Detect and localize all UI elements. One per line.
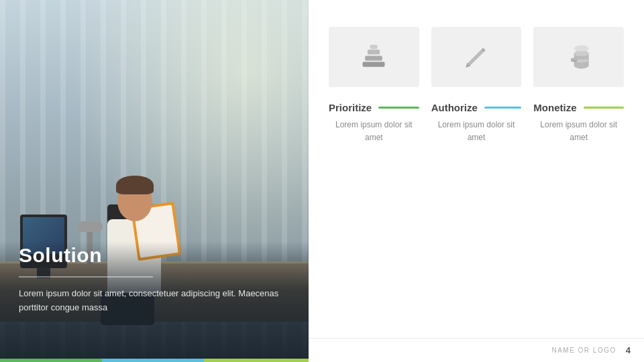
authorize-title-row: Authorize [431, 102, 522, 113]
svg-rect-3 [370, 45, 378, 49]
svg-point-9 [574, 46, 588, 52]
prioritize-title-row: Prioritize [329, 102, 419, 113]
photo-area: Solution Lorem ipsum dolor sit amet, con… [0, 0, 309, 362]
footer-brand: NAME OR LOGO [551, 347, 616, 354]
solution-title: Solution [19, 244, 309, 267]
authorize-desc: Lorem ipsum dolor sit amet [431, 119, 522, 144]
prioritize-icon-card [329, 27, 419, 87]
prioritize-line [378, 107, 419, 109]
monetize-desc: Lorem ipsum dolor sit amet [533, 119, 624, 144]
footer-page: 4 [626, 345, 631, 355]
left-panel: Solution Lorem ipsum dolor sit amet, con… [0, 0, 309, 362]
solution-block: Solution Lorem ipsum dolor sit amet, con… [19, 244, 309, 315]
lamp-head [77, 221, 103, 232]
accent-bar [0, 359, 309, 362]
features-row: Prioritize Lorem ipsum dolor sit amet Au… [329, 102, 624, 362]
feature-col-authorize: Authorize Lorem ipsum dolor sit amet [431, 102, 522, 362]
coins-icon [564, 42, 594, 72]
prioritize-desc: Lorem ipsum dolor sit amet [329, 119, 419, 144]
solution-description: Lorem ipsum dolor sit amet, consectetuer… [19, 287, 309, 315]
figure-hair [116, 176, 154, 194]
pencil-icon [462, 42, 491, 72]
monetize-title-row: Monetize [533, 102, 624, 113]
right-panel: Prioritize Lorem ipsum dolor sit amet Au… [309, 0, 644, 362]
authorize-icon-card [431, 27, 522, 87]
footer: NAME OR LOGO 4 [309, 338, 644, 362]
authorize-line [484, 107, 522, 109]
feature-col-prioritize: Prioritize Lorem ipsum dolor sit amet [329, 102, 419, 362]
prioritize-title: Prioritize [329, 102, 372, 113]
monetize-title: Monetize [533, 102, 576, 113]
authorize-title: Authorize [431, 102, 478, 113]
monetize-line [584, 107, 625, 109]
feature-col-monetize: Monetize Lorem ipsum dolor sit amet [533, 102, 624, 362]
svg-rect-1 [365, 56, 382, 60]
monetize-icon-card [533, 27, 624, 87]
stack-icon [359, 42, 388, 72]
icon-cards-row [329, 20, 624, 87]
svg-point-12 [571, 58, 577, 60]
solution-divider [19, 276, 153, 278]
svg-rect-2 [368, 50, 380, 54]
svg-rect-0 [363, 62, 385, 66]
